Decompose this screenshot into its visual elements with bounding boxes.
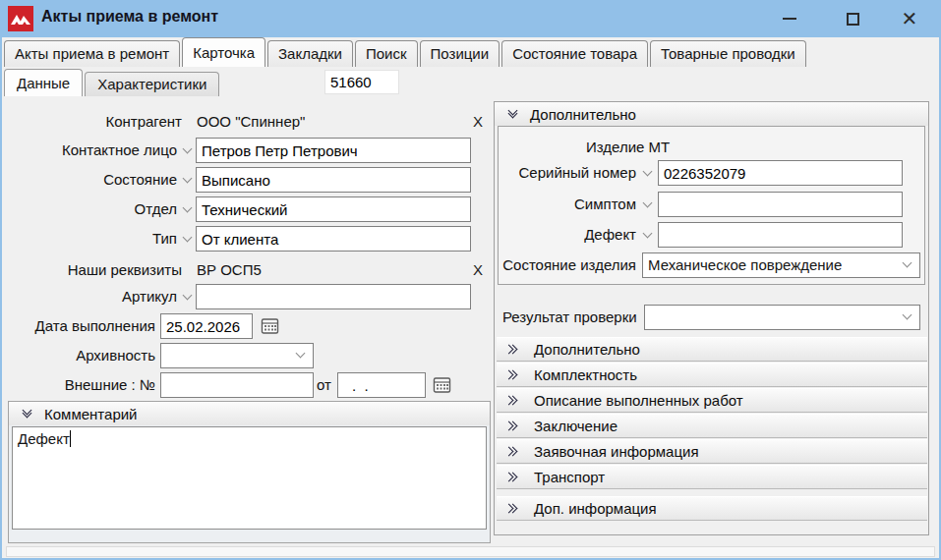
tab-harakteristiki[interactable]: Характеристики [85,72,219,96]
vneshnie-calendar-icon[interactable] [433,375,451,394]
dopolnitelno-expanded-header[interactable]: Дополнительно [495,102,928,126]
tab-dannye[interactable]: Данные [4,69,83,96]
section-opisanie-rabot[interactable]: Описание выполненных работ [497,388,927,413]
tip-dropdown-icon[interactable] [178,226,196,252]
tab-poisk[interactable]: Поиск [355,40,418,67]
expand-double-chevron-icon [508,448,522,455]
main-tab-bar: Акты приема в ремонт Карточка Закладки П… [4,37,808,67]
section-label: Заключение [534,418,618,434]
artikul-label: Артикул [2,284,177,309]
tab-kartochka[interactable]: Карточка [182,37,265,67]
section-label: Доп. информация [534,500,657,517]
app-window: Акты приема в ремонт ✕ Акты приема в рем… [0,0,941,560]
kontragent-value: ООО "Спиннер" [197,112,305,132]
data-vypolneniya-calendar-icon[interactable] [261,316,279,335]
comment-section-label: Комментарий [44,406,137,422]
expand-double-chevron-icon [508,346,522,353]
section-dop-informaciya[interactable]: Доп. информация [497,496,927,521]
kontakt-label: Контактное лицо [2,138,177,163]
maximize-button[interactable] [836,6,869,31]
collapse-double-chevron-icon [21,411,32,417]
section-komplektnost[interactable]: Комплектность [497,363,927,387]
kontakt-dropdown-icon[interactable] [178,138,196,163]
expand-double-chevron-icon [508,422,522,429]
defekt-input[interactable] [658,222,903,248]
sostoyanie-input[interactable] [196,167,471,193]
tab-pozicii[interactable]: Позиции [420,40,500,67]
rezultat-label: Результат проверки [502,305,636,330]
close-button[interactable]: ✕ [893,6,926,31]
vneshnie-date-input[interactable] [337,372,426,398]
section-dopolnitelno-collapsed[interactable]: Дополнительно [497,337,927,362]
kontakt-input[interactable] [196,138,471,163]
simptom-dropdown-icon[interactable] [638,192,656,217]
additional-panel: Дополнительно Изделие МТ Серийный номер … [494,101,929,535]
rezultat-chevron-icon [903,310,912,320]
comment-panel: Комментарий Дефект [8,401,491,543]
section-label: Дополнительно [534,341,640,358]
rekvizity-label: Наши реквизиты [2,260,182,280]
tab-tovarnye-provodki[interactable]: Товарные проводки [650,40,806,67]
artikul-dropdown-icon[interactable] [178,284,196,309]
section-zaklyuchenie[interactable]: Заключение [497,414,927,438]
tab-akty-priema[interactable]: Акты приема в ремонт [4,40,180,67]
arhivnost-chevron-icon [296,349,306,359]
expand-double-chevron-icon [508,371,522,378]
serial-dropdown-icon[interactable] [638,160,656,186]
rekvizity-clear-button[interactable]: X [469,260,487,280]
expand-double-chevron-icon [508,397,522,404]
sostoyanie-dropdown-icon[interactable] [178,167,196,193]
expand-double-chevron-icon [508,474,522,480]
section-transport[interactable]: Транспорт [497,465,927,489]
status-strip [6,546,935,557]
section-label: Заявочная информация [534,443,699,460]
vneshnie-ot-label: от [317,372,334,398]
expand-double-chevron-icon [508,505,522,512]
vneshnie-label: Внешние : № [2,372,155,398]
vneshnie-number-input[interactable] [160,372,314,398]
defekt-dropdown-icon[interactable] [638,222,656,248]
arhivnost-label: Архивность [2,343,155,368]
simptom-label: Симптом [495,192,636,217]
artikul-input[interactable] [196,284,471,309]
serial-input[interactable] [658,160,903,186]
serial-label: Серийный номер [495,160,636,186]
tab-sostoyanie-tovara[interactable]: Состояние товара [501,40,648,67]
data-vypolneniya-input[interactable] [160,313,253,339]
sostoyanie-izdeliya-combobox[interactable]: Механическое повреждение [642,252,920,278]
defekt-label: Дефект [495,222,636,248]
sostoyanie-izdeliya-label: Состояние изделия [495,252,636,278]
sostoyanie-izdeliya-value: Механическое повреждение [648,256,842,273]
minimize-button[interactable] [773,6,806,31]
comment-textarea[interactable]: Дефект [12,426,487,530]
section-label: Транспорт [534,469,605,485]
comment-text: Дефект [18,430,70,447]
product-type-label: Изделие МТ [586,138,670,157]
tip-label: Тип [2,226,177,252]
section-zayavochnaya-informaciya[interactable]: Заявочная информация [497,439,927,464]
tip-input[interactable] [196,226,471,252]
sub-tab-bar: Данные Характеристики [4,69,221,96]
document-number-field[interactable] [324,70,399,94]
sostoyanie-izdeliya-chevron-icon [903,258,912,268]
collapse-double-chevron-icon [506,111,518,117]
section-label: Комплектность [534,366,637,383]
otdel-dropdown-icon[interactable] [178,196,196,222]
window-title: Акты приема в ремонт [41,8,218,26]
tab-zakladki[interactable]: Закладки [267,40,353,67]
otdel-input[interactable] [196,196,471,222]
comment-section-header[interactable]: Комментарий [9,402,490,425]
rekvizity-value: ВР ОСП5 [197,260,262,280]
maximize-icon [847,13,859,26]
simptom-input[interactable] [658,192,903,217]
content-area: Акты приема в ремонт Карточка Закладки П… [2,37,939,558]
arhivnost-combobox[interactable] [160,343,314,368]
close-icon: ✕ [902,9,918,28]
kontragent-clear-button[interactable]: X [469,112,487,132]
rezultat-combobox[interactable] [644,305,920,330]
titlebar: Акты приема в ремонт ✕ [0,0,941,37]
app-logo-icon [8,6,33,31]
dopolnitelno-header-label: Дополнительно [530,106,636,123]
data-vypolneniya-label: Дата выполнения [2,313,155,339]
kontragent-label: Контрагент [2,112,182,132]
